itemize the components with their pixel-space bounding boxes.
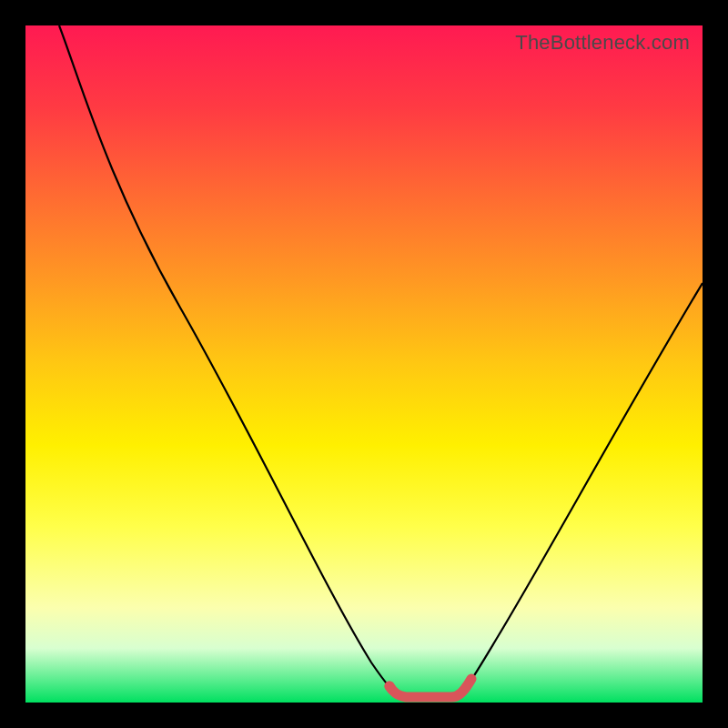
chart-frame: TheBottleneck.com [0, 0, 728, 728]
optimal-zone-start-dot [385, 682, 395, 692]
curve-layer [25, 25, 703, 703]
optimal-zone-marker [389, 679, 471, 697]
bottleneck-curve [59, 25, 703, 697]
plot-area: TheBottleneck.com [25, 25, 703, 703]
